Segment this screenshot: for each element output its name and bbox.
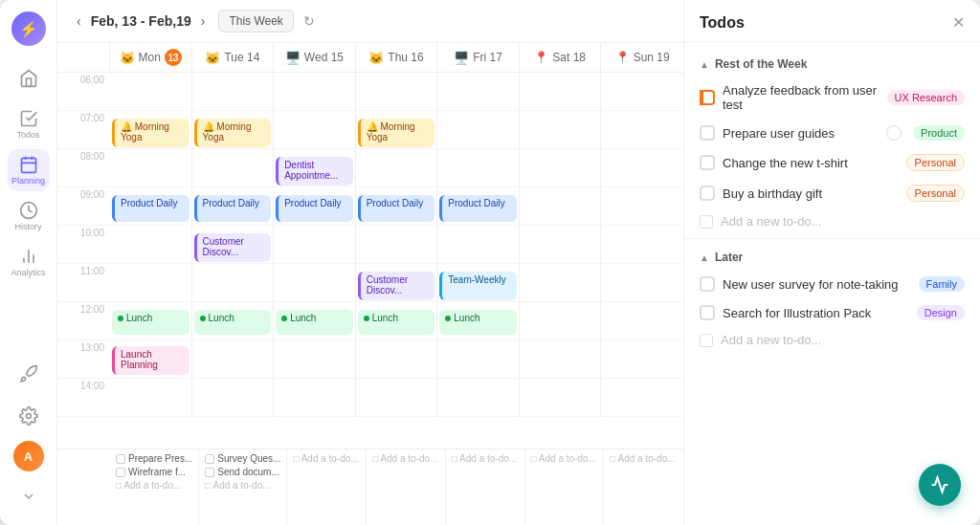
section-header-later[interactable]: ▲ Later bbox=[684, 243, 980, 270]
sidebar-label-analytics: Analytics bbox=[11, 268, 45, 277]
todo-checkbox-3[interactable] bbox=[700, 155, 715, 170]
add-todo-mon[interactable]: □ Add a to-do... bbox=[116, 480, 192, 491]
this-week-button[interactable]: This Week bbox=[218, 10, 293, 33]
add-todo-fri[interactable]: □ Add a to-do... bbox=[452, 453, 519, 464]
add-todo-thu[interactable]: □ Add a to-do... bbox=[372, 453, 439, 464]
event-team-fri[interactable]: Team-Weekly bbox=[439, 272, 517, 300]
event-product-tue[interactable]: Product Daily bbox=[194, 195, 272, 222]
add-todo-sun[interactable]: □ Add a to-do... bbox=[610, 453, 678, 464]
sidebar-logo: ⚡ bbox=[11, 11, 46, 46]
svg-rect-0 bbox=[21, 158, 35, 172]
day-col-thu: 🔔 Morning Yoga Product Daily Customer Di… bbox=[356, 73, 438, 417]
list-item[interactable]: Send docum... bbox=[205, 467, 280, 477]
day-icon-mon: 🐱 bbox=[120, 51, 135, 65]
fab-button[interactable] bbox=[919, 464, 961, 506]
add-todo-tue[interactable]: □ Add a to-do... bbox=[205, 480, 280, 491]
todo-circle-2 bbox=[886, 125, 902, 141]
section-title-rest: Rest of the Week bbox=[715, 57, 807, 71]
event-launch-mon[interactable]: Launch Planning bbox=[112, 346, 189, 375]
event-dentist-wed[interactable]: Dentist Appointme... bbox=[276, 157, 353, 186]
prev-week-button[interactable]: ‹ bbox=[73, 11, 85, 31]
event-lunch-mon[interactable]: Lunch bbox=[112, 310, 189, 335]
todo-checkbox-4[interactable] bbox=[700, 186, 715, 201]
sidebar-item-analytics[interactable]: Analytics bbox=[8, 241, 50, 283]
sidebar-item-todos[interactable]: Todos bbox=[8, 103, 50, 145]
sidebar-item-history[interactable]: History bbox=[8, 195, 50, 237]
day-col-tue: 🔔 Morning Yoga Product Daily Customer Di… bbox=[192, 73, 275, 417]
user-avatar[interactable]: A bbox=[13, 441, 44, 471]
todo-text-3: Change the new t-shirt bbox=[723, 156, 899, 170]
event-product-mon[interactable]: Product Daily bbox=[112, 195, 189, 222]
day-header-thu: 🐱 Thu 16 bbox=[356, 43, 438, 72]
add-todo-rest-button[interactable]: Add a new to-do... bbox=[684, 208, 980, 234]
add-todo-sat[interactable]: □ Add a to-do... bbox=[531, 453, 598, 464]
bottom-todos-fri: □ Add a to-do... bbox=[446, 449, 525, 525]
todos-title: Todos bbox=[700, 14, 745, 32]
list-item: Change the new t-shirt Personal bbox=[684, 147, 980, 178]
add-todo-later-label: Add a new to-do... bbox=[721, 333, 822, 347]
day-icon-tue: 🐱 bbox=[205, 51, 220, 65]
list-item: Analyze feedback from user test UX Resea… bbox=[684, 77, 980, 119]
todo-text-4: Buy a birthday gift bbox=[723, 186, 899, 201]
event-lunch-fri[interactable]: Lunch bbox=[439, 310, 517, 335]
event-yoga-thu[interactable]: 🔔 Morning Yoga bbox=[358, 119, 435, 147]
day-col-mon: 🔔 Morning Yoga Product Daily Lunch Launc… bbox=[110, 73, 192, 417]
todo-text-1: Analyze feedback from user test bbox=[723, 83, 880, 112]
todo-text-2: Prepare user guides bbox=[723, 126, 879, 141]
todo-checkbox-1[interactable] bbox=[700, 90, 715, 105]
sidebar-rocket-button[interactable] bbox=[11, 357, 46, 391]
todos-panel: Todos ✕ ▲ Rest of the Week Analyze feedb… bbox=[683, 0, 980, 525]
day-icon-fri: 🖥️ bbox=[454, 51, 469, 65]
event-product-wed[interactable]: Product Daily bbox=[276, 195, 353, 222]
todo-checkbox-5[interactable] bbox=[700, 276, 715, 292]
event-yoga-tue[interactable]: 🔔 Morning Yoga bbox=[194, 119, 272, 147]
section-header-rest[interactable]: ▲ Rest of the Week bbox=[684, 50, 980, 77]
day-header-wed: 🖥️ Wed 15 bbox=[274, 43, 356, 72]
pin-icon-sun: 📍 bbox=[615, 51, 630, 64]
day-col-fri: Product Daily Team-Weekly Lunch bbox=[437, 73, 520, 417]
day-col-sun bbox=[601, 73, 683, 417]
next-week-button[interactable]: › bbox=[197, 11, 210, 31]
sidebar-settings-button[interactable] bbox=[11, 399, 46, 433]
todo-tag-2: Product bbox=[913, 125, 965, 141]
sidebar-label-planning: Planning bbox=[11, 176, 45, 186]
event-customer-thu[interactable]: Customer Discov... bbox=[358, 272, 435, 300]
todo-text-6: Search for Illustration Pack bbox=[723, 306, 909, 320]
event-product-fri[interactable]: Product Daily bbox=[439, 195, 517, 222]
event-lunch-wed[interactable]: Lunch bbox=[276, 310, 353, 335]
list-item[interactable]: Survey Ques... bbox=[205, 453, 280, 464]
sidebar-down-button[interactable] bbox=[11, 479, 46, 514]
event-yoga-mon[interactable]: 🔔 Morning Yoga bbox=[112, 119, 189, 147]
todo-checkbox-6[interactable] bbox=[700, 305, 715, 320]
todo-checkbox-2[interactable] bbox=[700, 125, 715, 141]
event-lunch-tue[interactable]: Lunch bbox=[194, 310, 272, 335]
sidebar-item-planning[interactable]: Planning bbox=[8, 149, 50, 191]
calendar-header: ‹ Feb, 13 - Feb,19 › This Week ↻ bbox=[57, 0, 683, 43]
day-header-tue: 🐱 Tue 14 bbox=[192, 43, 275, 72]
add-todo-wed[interactable]: □ Add a to-do... bbox=[293, 453, 360, 464]
bottom-todos-tue: Survey Ques... Send docum... □ Add a to-… bbox=[199, 449, 287, 525]
add-todo-later-button[interactable]: Add a new to-do... bbox=[684, 327, 980, 353]
sidebar-item-home[interactable] bbox=[8, 57, 50, 99]
svg-point-8 bbox=[26, 414, 31, 419]
event-lunch-thu[interactable]: Lunch bbox=[358, 310, 435, 335]
todo-tag-4: Personal bbox=[906, 185, 965, 202]
list-item[interactable]: Prepare Pres... bbox=[116, 453, 192, 464]
sidebar-label-todos: Todos bbox=[16, 130, 39, 140]
todos-close-button[interactable]: ✕ bbox=[952, 13, 965, 32]
day-icon-wed: 🖥️ bbox=[285, 51, 301, 65]
todo-text-5: New user survey for note-taking bbox=[723, 277, 911, 292]
time-column: 06:00 07:00 08:00 09:00 10:00 11:00 12:0… bbox=[57, 73, 110, 417]
list-item[interactable]: Wireframe f... bbox=[116, 467, 192, 477]
day-header-sat: 📍 Sat 18 bbox=[520, 43, 602, 72]
day-header-mon: 🐱 Mon 13 bbox=[110, 43, 192, 72]
event-customer-tue[interactable]: Customer Discov... bbox=[194, 233, 272, 262]
list-item: Search for Illustration Pack Design bbox=[684, 298, 980, 327]
refresh-button[interactable]: ↻ bbox=[303, 13, 315, 29]
day-col-sat bbox=[520, 73, 602, 417]
calendar-bottom-todos: Prepare Pres... Wireframe f... □ Add a t… bbox=[57, 448, 683, 525]
day-header-sun: 📍 Sun 19 bbox=[601, 43, 683, 72]
bottom-todos-mon: Prepare Pres... Wireframe f... □ Add a t… bbox=[110, 449, 199, 525]
add-todo-rest-label: Add a new to-do... bbox=[721, 214, 822, 229]
event-product-thu[interactable]: Product Daily bbox=[358, 195, 435, 222]
